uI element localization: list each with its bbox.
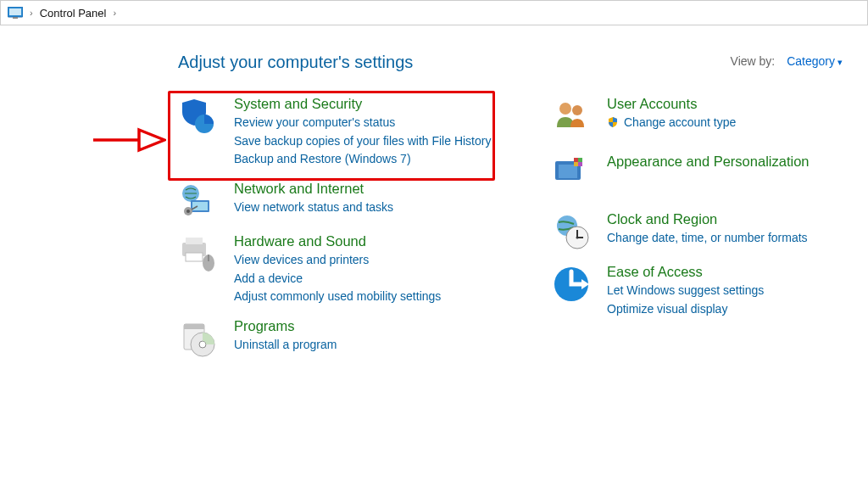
- content: Adjust your computer's settings View by:…: [0, 25, 868, 371]
- control-panel-icon: [8, 7, 23, 19]
- category-body: Appearance and Personalization: [607, 154, 831, 194]
- category-sublink[interactable]: Backup and Restore (Windows 7): [234, 150, 517, 169]
- category-sublink[interactable]: Let Windows suggest settings: [607, 282, 831, 300]
- category-body: Programs Uninstall a program: [234, 318, 517, 359]
- category-sublink[interactable]: Change account type: [607, 114, 736, 132]
- svg-rect-25: [574, 162, 578, 166]
- svg-rect-1: [9, 8, 21, 15]
- svg-point-31: [576, 237, 579, 239]
- sublink-text: Change account type: [624, 114, 736, 132]
- category-user-accounts: User Accounts Change account type: [551, 96, 831, 137]
- category-title-link[interactable]: Appearance and Personalization: [607, 154, 831, 170]
- svg-rect-12: [186, 253, 203, 261]
- chevron-right-icon: ›: [113, 8, 116, 18]
- svg-rect-6: [192, 202, 208, 210]
- svg-point-19: [559, 103, 571, 115]
- svg-rect-16: [184, 324, 204, 329]
- category-sublink[interactable]: Change date, time, or number formats: [607, 229, 831, 248]
- category-title-link[interactable]: Clock and Region: [607, 211, 831, 227]
- viewby-label: View by:: [731, 54, 776, 68]
- category-title-link[interactable]: Hardware and Sound: [234, 233, 517, 249]
- chevron-right-icon: ›: [30, 8, 33, 18]
- address-bar[interactable]: › Control Panel ›: [0, 0, 868, 25]
- category-body: Network and Internet View network status…: [234, 181, 517, 221]
- viewby: View by: Category: [731, 54, 843, 68]
- category-sublink[interactable]: Add a device: [234, 270, 517, 288]
- svg-rect-11: [186, 238, 203, 244]
- svg-point-8: [186, 210, 190, 213]
- category-sublink[interactable]: Save backup copies of your files with Fi…: [234, 132, 517, 151]
- svg-rect-2: [13, 17, 18, 19]
- category-body: Clock and Region Change date, time, or n…: [607, 211, 831, 252]
- svg-point-20: [572, 105, 582, 115]
- category-sublink[interactable]: Adjust commonly used mobility settings: [234, 288, 517, 306]
- shield-icon: [178, 96, 219, 137]
- category-body: System and Security Review your computer…: [234, 96, 517, 169]
- svg-rect-23: [574, 158, 578, 162]
- svg-rect-26: [578, 162, 582, 166]
- viewby-dropdown[interactable]: Category: [787, 54, 843, 68]
- category-title-link[interactable]: User Accounts: [607, 96, 831, 112]
- category-sublink[interactable]: View network status and tasks: [234, 199, 517, 217]
- clock-globe-icon: [551, 211, 592, 252]
- category-sublink[interactable]: Review your computer's status: [234, 114, 517, 132]
- category-body: User Accounts Change account type: [607, 96, 831, 137]
- category-programs: Programs Uninstall a program: [178, 318, 517, 359]
- category-sublink[interactable]: Uninstall a program: [234, 336, 517, 355]
- disc-box-icon: [178, 318, 219, 359]
- uac-shield-icon: [607, 116, 620, 130]
- category-ease-of-access: Ease of Access Let Windows suggest setti…: [551, 264, 831, 318]
- category-system-security: System and Security Review your computer…: [178, 96, 517, 169]
- column-left: System and Security Review your computer…: [178, 96, 517, 371]
- category-clock-region: Clock and Region Change date, time, or n…: [551, 211, 831, 252]
- users-icon: [551, 96, 592, 137]
- printer-mouse-icon: [178, 233, 219, 274]
- svg-rect-24: [578, 158, 582, 162]
- svg-rect-22: [559, 165, 577, 178]
- category-network: Network and Internet View network status…: [178, 181, 517, 221]
- category-title-link[interactable]: Network and Internet: [234, 181, 517, 197]
- globe-network-icon: [178, 181, 219, 221]
- category-sublink[interactable]: View devices and printers: [234, 251, 517, 270]
- category-title-link[interactable]: Ease of Access: [607, 264, 831, 280]
- category-sublink[interactable]: Optimize visual display: [607, 300, 831, 319]
- column-right: User Accounts Change account type: [551, 96, 831, 371]
- category-body: Ease of Access Let Windows suggest setti…: [607, 264, 831, 318]
- category-title-link[interactable]: Programs: [234, 318, 517, 334]
- appearance-icon: [551, 154, 592, 194]
- category-body: Hardware and Sound View devices and prin…: [234, 233, 517, 306]
- ease-of-access-icon: [551, 264, 592, 305]
- breadcrumb-root[interactable]: Control Panel: [40, 7, 107, 20]
- category-appearance: Appearance and Personalization: [551, 154, 831, 194]
- category-columns: System and Security Review your computer…: [178, 96, 843, 371]
- svg-point-18: [199, 341, 206, 348]
- category-title-link[interactable]: System and Security: [234, 96, 517, 112]
- category-hardware: Hardware and Sound View devices and prin…: [178, 233, 517, 306]
